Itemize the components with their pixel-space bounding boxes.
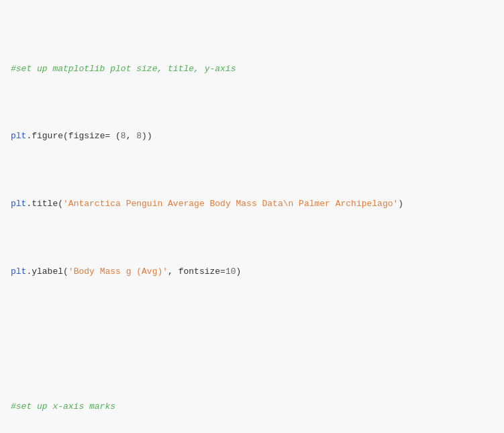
- code-line: [11, 332, 493, 346]
- comment-text: #set up matplotlib plot size, title, y-a…: [11, 64, 236, 74]
- code-content: #set up matplotlib plot size, title, y-a…: [11, 8, 493, 433]
- code-line: plt.ylabel('Body Mass g (Avg)', fontsize…: [11, 265, 493, 279]
- code-line: #set up matplotlib plot size, title, y-a…: [11, 62, 493, 76]
- code-line: plt.figure(figsize= (8, 8)): [11, 130, 493, 143]
- code-line: plt.title('Antarctica Penguin Average Bo…: [11, 197, 493, 211]
- code-editor: #set up matplotlib plot size, title, y-a…: [0, 0, 504, 433]
- code-line: #set up x-axis marks: [11, 400, 493, 414]
